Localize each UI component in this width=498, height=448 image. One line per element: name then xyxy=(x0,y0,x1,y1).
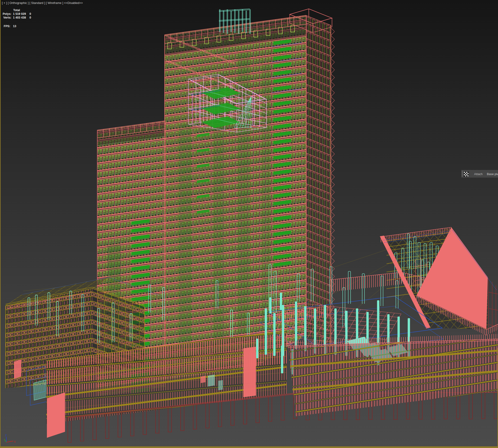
svg-text:[ + ] [ Orthographic ] [ Stand: [ + ] [ Orthographic ] [ Standard ] [ Wi… xyxy=(2,1,83,5)
svg-text:13: 13 xyxy=(13,25,16,28)
svg-text:0: 0 xyxy=(30,12,31,16)
svg-text:1 519 029: 1 519 029 xyxy=(13,12,26,16)
svg-text:X: X xyxy=(14,440,16,443)
svg-text:FPS:: FPS: xyxy=(4,25,10,28)
svg-text:Verts:: Verts: xyxy=(3,16,11,19)
svg-text:0: 0 xyxy=(30,16,31,19)
svg-text:Base pivot: Base pivot xyxy=(487,172,498,176)
svg-text:Total: Total xyxy=(13,9,20,12)
svg-text:Attach: Attach xyxy=(474,172,483,176)
svg-text:Polys:: Polys: xyxy=(2,12,11,16)
svg-text:1 403 438: 1 403 438 xyxy=(13,16,26,19)
svg-text:Z: Z xyxy=(5,434,7,437)
